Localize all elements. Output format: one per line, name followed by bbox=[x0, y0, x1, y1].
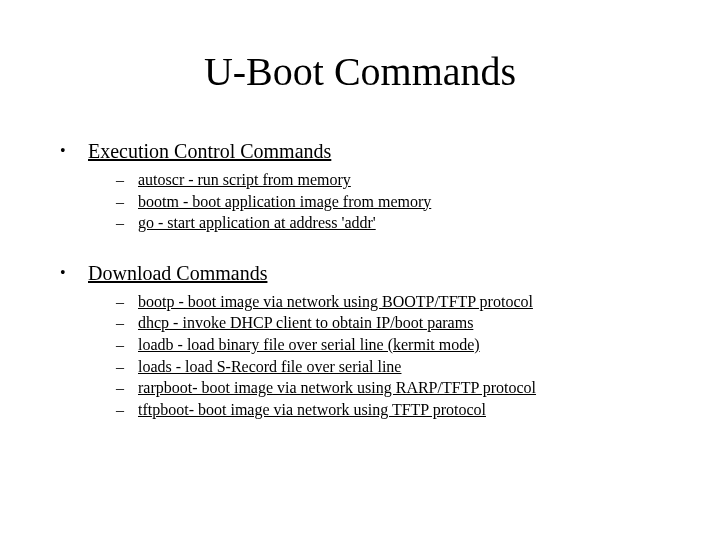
bullet-icon: • bbox=[60, 264, 66, 282]
list-item: – bootp - boot image via network using B… bbox=[116, 291, 660, 313]
top-list: • Execution Control Commands – autoscr -… bbox=[60, 140, 660, 420]
command-text: autoscr - run script from memory bbox=[138, 171, 351, 188]
list-item: – go - start application at address 'add… bbox=[116, 212, 660, 234]
slide: U-Boot Commands • Execution Control Comm… bbox=[0, 0, 720, 540]
command-text: loads - load S-Record file over serial l… bbox=[138, 358, 401, 375]
section-download: • Download Commands – bootp - boot image… bbox=[60, 262, 660, 421]
section-heading: Download Commands bbox=[88, 262, 267, 284]
slide-content: • Execution Control Commands – autoscr -… bbox=[60, 140, 660, 440]
dash-icon: – bbox=[116, 291, 124, 313]
dash-icon: – bbox=[116, 169, 124, 191]
list-item: – loads - load S-Record file over serial… bbox=[116, 356, 660, 378]
section-heading: Execution Control Commands bbox=[88, 140, 331, 162]
list-item: – autoscr - run script from memory bbox=[116, 169, 660, 191]
dash-icon: – bbox=[116, 356, 124, 378]
sub-list-download: – bootp - boot image via network using B… bbox=[88, 291, 660, 421]
list-item: – rarpboot- boot image via network using… bbox=[116, 377, 660, 399]
list-item: – bootm - boot application image from me… bbox=[116, 191, 660, 213]
dash-icon: – bbox=[116, 212, 124, 234]
command-text: rarpboot- boot image via network using R… bbox=[138, 379, 536, 396]
dash-icon: – bbox=[116, 334, 124, 356]
command-text: dhcp - invoke DHCP client to obtain IP/b… bbox=[138, 314, 473, 331]
dash-icon: – bbox=[116, 399, 124, 421]
list-item: – loadb - load binary file over serial l… bbox=[116, 334, 660, 356]
list-item: – tftpboot- boot image via network using… bbox=[116, 399, 660, 421]
command-text: tftpboot- boot image via network using T… bbox=[138, 401, 486, 418]
command-text: bootp - boot image via network using BOO… bbox=[138, 293, 533, 310]
bullet-icon: • bbox=[60, 142, 66, 160]
slide-title: U-Boot Commands bbox=[0, 48, 720, 95]
dash-icon: – bbox=[116, 377, 124, 399]
sub-list-execution: – autoscr - run script from memory – boo… bbox=[88, 169, 660, 234]
dash-icon: – bbox=[116, 191, 124, 213]
command-text: loadb - load binary file over serial lin… bbox=[138, 336, 480, 353]
command-text: go - start application at address 'addr' bbox=[138, 214, 376, 231]
dash-icon: – bbox=[116, 312, 124, 334]
section-execution-control: • Execution Control Commands – autoscr -… bbox=[60, 140, 660, 234]
command-text: bootm - boot application image from memo… bbox=[138, 193, 431, 210]
list-item: – dhcp - invoke DHCP client to obtain IP… bbox=[116, 312, 660, 334]
